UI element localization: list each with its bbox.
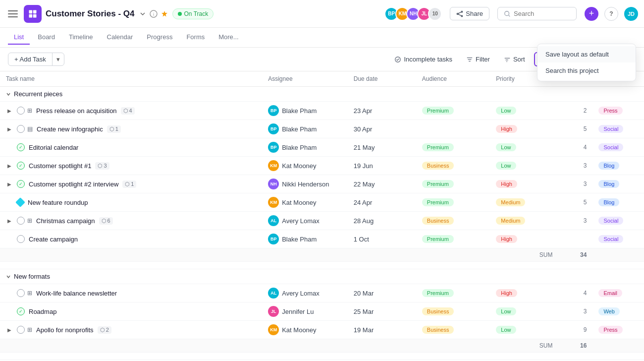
circle-check-icon: [394, 56, 401, 63]
expand-button[interactable]: ▶: [6, 125, 13, 132]
task-name-label: Apollo for nonprofits: [36, 326, 94, 334]
filter-button[interactable]: Filter: [461, 53, 495, 65]
info-icon[interactable]: i: [150, 10, 158, 18]
subtask-count: ⬡1: [122, 180, 136, 188]
assignee-avatar: AL: [268, 215, 279, 226]
tab-progress[interactable]: Progress: [141, 30, 178, 45]
task-status-wrapper: ⊞: [17, 217, 32, 225]
add-button[interactable]: +: [585, 7, 598, 21]
assignee-cell: JL Jennifer Lu: [262, 302, 348, 321]
tag-cell: Social: [592, 230, 644, 248]
section-chevron-icon[interactable]: [6, 274, 11, 279]
add-task-caret[interactable]: ▾: [53, 53, 64, 65]
badge-low: Low: [496, 307, 516, 315]
task-icon-stack: ⊞: [27, 217, 32, 224]
section-title-cell: Recurrent pieces: [0, 87, 644, 102]
section-title-label: New formats: [14, 273, 50, 280]
chevron-down-icon[interactable]: [139, 10, 147, 18]
star-icon[interactable]: [161, 10, 168, 18]
tag-cell: Social: [592, 138, 644, 157]
expand-button[interactable]: ▶: [6, 180, 13, 187]
tab-board[interactable]: Board: [32, 30, 61, 45]
task-name-cell: ▶ ▤ Create new infographic ⬡1: [0, 120, 262, 138]
audience-cell: Business: [416, 302, 490, 321]
avatar-count[interactable]: 10: [428, 7, 442, 21]
expand-button[interactable]: ▶: [6, 107, 13, 114]
svg-point-12: [505, 11, 509, 15]
tab-calendar[interactable]: Calendar: [101, 30, 139, 45]
sum-tag-empty: [592, 248, 644, 262]
user-avatar[interactable]: JD: [624, 7, 638, 21]
add-task-button[interactable]: + Add Task ▾: [8, 53, 64, 66]
tab-list[interactable]: List: [8, 30, 30, 45]
task-name-label: New feature roundup: [28, 199, 88, 206]
badge-low: Low: [496, 107, 516, 115]
assignee-cell: BP Blake Pham: [262, 138, 348, 157]
priority-cell: Low: [490, 138, 558, 157]
search-box[interactable]: [497, 7, 577, 20]
task-name-cell: New feature roundup: [0, 193, 262, 212]
filter-icon: [466, 56, 473, 63]
sum-empty: [0, 248, 490, 262]
expand-button[interactable]: ▶: [6, 326, 13, 333]
assignee-avatar: BP: [268, 142, 279, 153]
row-num-empty: [558, 230, 592, 248]
sort-button[interactable]: Sort: [499, 53, 530, 65]
expand-button[interactable]: ▶: [6, 162, 13, 169]
badge-low: Low: [496, 326, 516, 334]
tag-badge-social: Social: [598, 235, 623, 243]
due-date: 24 Apr: [348, 193, 416, 212]
tag-badge-social: Social: [598, 217, 623, 225]
sum-label: SUM: [490, 339, 558, 353]
row-num: 3: [558, 175, 592, 193]
tab-forms[interactable]: Forms: [180, 30, 211, 45]
dropdown-item-save-layout[interactable]: Save layout as default: [537, 46, 636, 62]
badge-business: Business: [422, 162, 454, 170]
task-name-cell: ▶ Customer spotlight #1 ⬡3: [0, 157, 262, 175]
audience-cell: Premium: [416, 102, 490, 120]
help-button[interactable]: ?: [604, 7, 618, 21]
tab-more[interactable]: More...: [213, 30, 244, 45]
task-name-label: Roadmap: [29, 308, 56, 315]
assignee-name: Blake Pham: [282, 125, 317, 133]
due-date: 23 Apr: [348, 102, 416, 120]
assignee-avatar: KM: [268, 160, 279, 171]
add-task-main[interactable]: + Add Task: [8, 53, 53, 65]
sum-row-new-formats: SUM 16: [0, 339, 644, 353]
table-row: Create campaign BP Blake Pham 1 Oct Prem…: [0, 230, 644, 248]
section-chevron-icon[interactable]: [6, 92, 11, 97]
task-status-wrapper: [17, 235, 25, 243]
sort-label: Sort: [513, 56, 525, 63]
tag-badge-social: Social: [598, 143, 623, 151]
hamburger-menu[interactable]: [6, 7, 20, 21]
assignee-avatar: KM: [268, 324, 279, 335]
svg-line-13: [509, 15, 510, 16]
search-input[interactable]: [514, 10, 563, 17]
project-title: Customer Stories - Q4: [46, 9, 135, 19]
task-icon-stack: ⊞: [27, 290, 32, 297]
share-button[interactable]: Share: [450, 7, 489, 20]
assignee-name: Nikki Henderson: [282, 180, 329, 188]
priority-cell: High: [490, 175, 558, 193]
filter-label: Filter: [476, 56, 490, 63]
incomplete-tasks-button[interactable]: Incomplete tasks: [389, 53, 457, 65]
tag-cell: Blog: [592, 193, 644, 212]
subtask-icon: ⬡: [102, 218, 107, 224]
member-avatars[interactable]: BP KM NH JL 10: [384, 7, 442, 21]
badge-premium: Premium: [422, 180, 454, 188]
tag-cell: Web: [592, 302, 644, 321]
task-name-label: Work-life balance newsletter: [36, 290, 117, 297]
task-status-wrapper: [17, 199, 24, 206]
expand-button[interactable]: ▶: [6, 217, 13, 224]
row-num: 4: [558, 138, 592, 157]
tab-timeline[interactable]: Timeline: [63, 30, 99, 45]
dropdown-item-search-project[interactable]: Search this project: [537, 62, 636, 79]
task-name-label: Create campaign: [29, 236, 78, 243]
section-spacer: [0, 262, 644, 269]
incomplete-tasks-label: Incomplete tasks: [404, 56, 452, 63]
tag-badge-social: Social: [598, 125, 623, 133]
assignee-avatar: AL: [268, 288, 279, 299]
assignee-avatar: KM: [268, 197, 279, 208]
due-date: 28 Aug: [348, 212, 416, 230]
assignee-name: Blake Pham: [282, 107, 317, 115]
